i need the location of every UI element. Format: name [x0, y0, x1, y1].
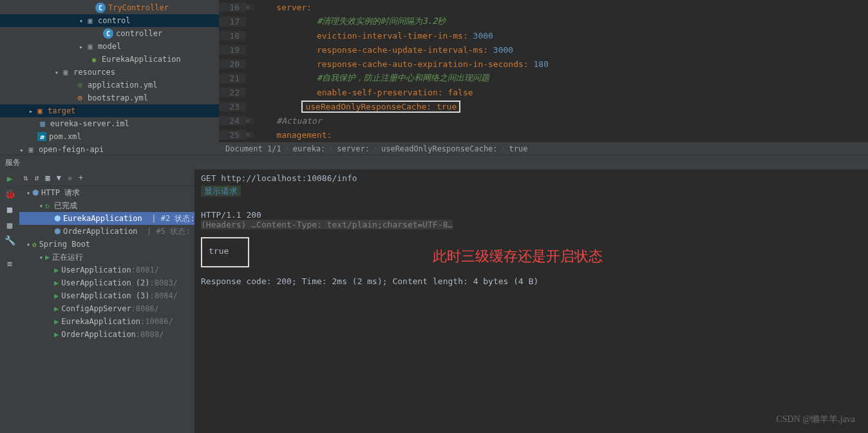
- tree-label: TryController: [108, 3, 169, 12]
- play-icon: ▶: [54, 291, 59, 300]
- svc-group-done[interactable]: ▾↻ 已完成: [19, 199, 194, 212]
- response-status: HTTP/1.1 200: [201, 210, 862, 220]
- svc-group-spring[interactable]: ▾✿Spring Boot: [19, 238, 194, 251]
- app-port: :10086/: [140, 317, 173, 326]
- line-number: 20: [219, 59, 246, 69]
- yaml-key: useReadOnlyResponseCache: [305, 102, 426, 111]
- svc-app-item[interactable]: ▶EurekaApplication :10086/: [19, 315, 194, 328]
- debug-button[interactable]: 🐞: [5, 189, 15, 199]
- breadcrumb-item[interactable]: server:: [337, 144, 370, 153]
- folder-icon: ▣: [26, 144, 36, 155]
- app-port: :8081/: [131, 265, 159, 274]
- tree-dir-target[interactable]: ▸▣target: [0, 104, 219, 117]
- tree-file-iml[interactable]: ▦eureka-server.iml: [0, 117, 219, 130]
- tree-file-bootstrap-yml[interactable]: ⚙bootstrap.yml: [0, 91, 219, 104]
- chevron-right-icon: ›: [329, 145, 333, 152]
- services-title[interactable]: 服务: [0, 155, 868, 169]
- code-comment: #Actuator: [276, 116, 321, 126]
- chevron-right-icon: ▸: [77, 43, 85, 50]
- svc-item-order[interactable]: ⬢OrderApplication | #5 状态: 20: [19, 225, 194, 238]
- tree-file-application-yml[interactable]: ⚙application.yml: [0, 79, 219, 91]
- services-tree[interactable]: ▾⬢HTTP 请求 ▾↻ 已完成 ⬢EurekaApplication | #2…: [19, 186, 194, 433]
- filter-icon[interactable]: ▼: [57, 173, 61, 182]
- collapse-icon[interactable]: ⇵: [34, 173, 39, 182]
- show-request-link[interactable]: 显示请求: [201, 186, 241, 197]
- springboot-icon: ◉: [89, 54, 99, 64]
- play-icon: ▶: [54, 278, 59, 287]
- expand-icon[interactable]: ⇅: [23, 173, 28, 182]
- line-number: 23: [219, 102, 246, 111]
- watermark: CSDN @懒羊羊.java: [776, 414, 855, 425]
- tree-file-pom[interactable]: mpom.xml: [0, 130, 219, 143]
- tree-dir-control[interactable]: ▾▣control: [0, 14, 219, 27]
- fold-icon[interactable]: ⊟: [246, 5, 254, 10]
- breadcrumb-item[interactable]: eureka:: [293, 144, 326, 153]
- module-icon: ▦: [37, 119, 48, 129]
- project-tree[interactable]: CTryController ▾▣control Ccontroller ▸▣m…: [0, 0, 219, 155]
- code-comment: #清理失效实例的时间间隔为3.2秒: [317, 16, 446, 26]
- tree-label: control: [98, 16, 131, 25]
- fold-icon[interactable]: ⊟: [246, 132, 254, 138]
- tree-dir-model[interactable]: ▸▣model: [0, 40, 219, 53]
- line-number: 19: [219, 45, 246, 55]
- tree-file-controller[interactable]: Ccontroller: [0, 27, 219, 40]
- breadcrumb-item[interactable]: useReadOnlyResponseCache:: [381, 144, 498, 153]
- app-port: :8084/: [150, 291, 178, 300]
- response-body: true: [209, 246, 229, 256]
- chevron-right-icon: ▸: [27, 108, 35, 115]
- app-port: :8086/: [131, 304, 159, 313]
- svc-app-item[interactable]: ▶UserApplication (2) :8083/: [19, 276, 194, 289]
- response-headers[interactable]: (Headers) …Content-Type: text/plain;char…: [201, 220, 862, 229]
- svc-app-item[interactable]: ▶OrderApplication :8088/: [19, 328, 194, 341]
- tree-label: eureka-server.iml: [50, 119, 129, 128]
- http-response-panel: GET http://localhost:10086/info 显示请求 HTT…: [194, 169, 868, 433]
- add-button[interactable]: +: [79, 173, 83, 182]
- chevron-down-icon: ▾: [77, 17, 85, 24]
- app-name: UserApplication (2): [61, 278, 149, 287]
- wrench-button[interactable]: 🔧: [5, 235, 15, 245]
- yaml-key: response-cache-update-interval-ms: [317, 45, 483, 55]
- svc-app-item[interactable]: ▶UserApplication :8081/: [19, 264, 194, 276]
- yaml-key: enable-self-preservation: [317, 88, 438, 97]
- yaml-key: response-cache-auto-expiration-in-second…: [317, 59, 524, 69]
- svc-group-http[interactable]: ▾⬢HTTP 请求: [19, 186, 194, 199]
- tree-dir-resources[interactable]: ▾▣resources: [0, 66, 219, 79]
- yaml-value: false: [448, 88, 473, 97]
- tree-label: EurekaApplication: [102, 55, 181, 64]
- yaml-icon: ⚙: [75, 80, 85, 90]
- grid-icon[interactable]: ▦: [45, 173, 50, 182]
- breadcrumb-item[interactable]: true: [509, 144, 528, 153]
- yaml-icon: ⚙: [75, 93, 85, 103]
- class-icon: C: [95, 3, 106, 13]
- expand-all-button[interactable]: ≡: [7, 258, 12, 269]
- scroll-icon[interactable]: ⟐: [68, 173, 72, 182]
- chevron-right-icon: ▸: [18, 146, 26, 153]
- yaml-value: 3000: [493, 45, 513, 55]
- line-number: 18: [219, 31, 246, 41]
- services-panel: 服务 ▶ 🐞 ■ ▦ 🔧 ≡ ⇅ ⇵ ▦ ▼ ⟐ + ▾⬢HTTP 请求 ▾↻ …: [0, 155, 868, 433]
- play-icon: ▶: [54, 304, 59, 313]
- tree-label: application.yml: [88, 81, 157, 90]
- svc-item-eureka[interactable]: ⬢EurekaApplication | #2 状态: 2: [19, 212, 194, 225]
- settings-button[interactable]: ▦: [7, 220, 12, 230]
- fold-icon[interactable]: ⊟: [246, 118, 254, 124]
- tree-file-eureka-app[interactable]: ◉EurekaApplication: [0, 53, 219, 66]
- tree-file-trycontroller[interactable]: CTryController: [0, 1, 219, 14]
- svc-app-item[interactable]: ▶UserApplication (3) :8084/: [19, 289, 194, 302]
- services-toolbar: ⇅ ⇵ ▦ ▼ ⟐ +: [19, 169, 194, 186]
- highlight-box: useReadOnlyResponseCache: true: [301, 101, 460, 113]
- code-editor[interactable]: 16⊟ server: 17 #清理失效实例的时间间隔为3.2秒 18 evic…: [219, 0, 868, 155]
- svc-group-running[interactable]: ▾▶正在运行: [19, 251, 194, 264]
- annotation-note: 此时三级缓存还是开启状态: [433, 247, 603, 266]
- line-number: 17: [219, 17, 246, 26]
- breadcrumb[interactable]: Document 1/1 › eureka: › server: › useRe…: [219, 142, 868, 155]
- code-text: server:: [276, 3, 312, 12]
- maven-icon: m: [37, 132, 46, 141]
- stop-button[interactable]: ■: [7, 204, 12, 215]
- app-name: UserApplication: [61, 265, 131, 274]
- tree-dir-open-feign-api[interactable]: ▸▣open-feign-api: [0, 143, 219, 155]
- chevron-right-icon: ›: [502, 145, 505, 152]
- svc-app-item[interactable]: ▶ConfigAppServer :8086/: [19, 302, 194, 315]
- run-button[interactable]: ▶: [7, 173, 12, 184]
- line-number: 22: [219, 88, 246, 97]
